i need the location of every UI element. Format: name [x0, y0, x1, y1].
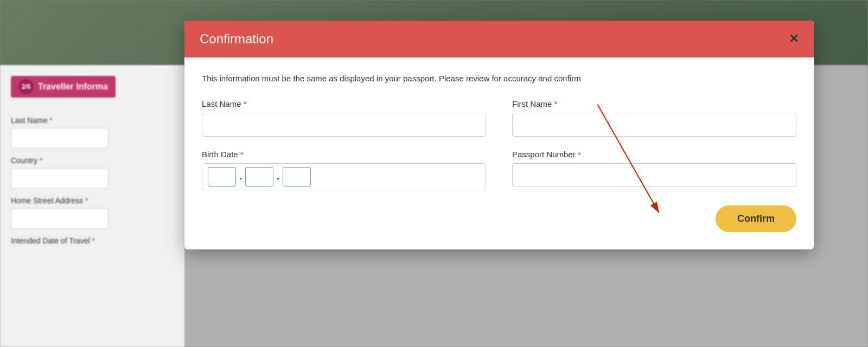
- bg-travel-date-label: Intended Date of Travel *: [11, 236, 174, 245]
- birth-date-group: Birth Date * . .: [202, 150, 486, 190]
- date-separator-2: .: [277, 171, 279, 182]
- confirm-button[interactable]: Confirm: [716, 205, 796, 232]
- passport-number-input[interactable]: [512, 163, 796, 187]
- first-name-input[interactable]: [512, 113, 796, 137]
- step-circle: 2/6: [18, 79, 34, 94]
- date-input-group: . .: [202, 163, 486, 190]
- date-separator-1: .: [239, 171, 242, 182]
- confirmation-modal: Confirmation ✕ This information must be …: [184, 21, 814, 249]
- modal-header: Confirmation ✕: [184, 21, 814, 57]
- modal-body: This information must be the same as dis…: [184, 57, 814, 249]
- passport-number-group: Passport Number *: [512, 150, 796, 190]
- first-name-label: First Name *: [512, 99, 796, 108]
- bg-country-input: [11, 168, 108, 189]
- first-name-group: First Name *: [512, 99, 796, 137]
- birth-date-day-spinner[interactable]: [208, 167, 236, 187]
- step-badge: 2/6 Traveller Informa: [11, 76, 116, 98]
- modal-close-button[interactable]: ✕: [789, 33, 799, 45]
- bg-last-name-input: [11, 128, 108, 149]
- last-name-group: Last Name *: [202, 99, 486, 137]
- passport-number-label: Passport Number *: [512, 150, 796, 159]
- background-form: 2/6 Traveller Informa Last Name * Countr…: [0, 65, 184, 347]
- birth-date-label: Birth Date *: [202, 150, 486, 159]
- modal-description: This information must be the same as dis…: [202, 73, 625, 85]
- birth-date-year-spinner[interactable]: [283, 167, 311, 187]
- bg-address-label: Home Street Address *: [11, 196, 174, 205]
- form-grid: Last Name * First Name * Birth Date *: [202, 99, 796, 190]
- step-label: Traveller Informa: [38, 82, 108, 92]
- bg-country-label: Country *: [11, 156, 174, 165]
- bg-last-name-label: Last Name *: [11, 116, 174, 125]
- modal-title: Confirmation: [200, 31, 273, 47]
- last-name-input[interactable]: [202, 113, 486, 137]
- last-name-label: Last Name *: [202, 99, 486, 108]
- birth-date-month-spinner[interactable]: [245, 167, 273, 187]
- bg-address-input: [11, 208, 108, 229]
- confirm-button-wrapper: Confirm: [202, 205, 796, 232]
